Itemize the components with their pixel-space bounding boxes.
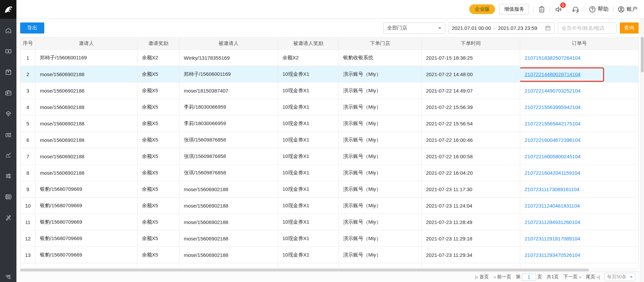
order-number-link[interactable]: 21071518382507264104 [525, 55, 581, 61]
vertical-scrollbar-thumb[interactable] [641, 37, 644, 72]
sidebar-item-marketing[interactable] [4, 110, 12, 117]
order-number-link[interactable]: 21072216005800245104 [525, 154, 581, 159]
cell-store: 演示账号（Miy） [339, 263, 422, 269]
calendar-icon [545, 25, 551, 31]
cell-order-no: 21072214490703252104 [520, 82, 639, 99]
cell-order_time: 2021-07-23 11:28:49 [422, 214, 520, 230]
cell-order-no: 21072311284931260104 [520, 214, 639, 230]
pagination-bar: |« 首页 « 前一页 第 1 页 共1页 下一页 » 尾页 »| 每页 [16, 272, 640, 282]
column-header: 被邀请人 [179, 38, 278, 50]
sidebar-item-safe[interactable] [4, 193, 12, 201]
cell-order_time: 2021-07-23 13:47:09 [422, 263, 520, 269]
next-page-button[interactable]: 下一页 » [564, 274, 581, 280]
value-added-services-button[interactable]: 增值服务 [499, 4, 529, 14]
date-range-picker[interactable]: 2021.07.01 00:00 - 2021.07.23 23:59 [448, 22, 555, 34]
cell-store: 演示账号（Miy） [339, 198, 422, 214]
order-number-link[interactable]: 21072214490703252104 [525, 88, 581, 94]
cell-invitee: Winky/13178355169 [179, 50, 278, 66]
cell-invitee_reward: 10现金券X1 [278, 132, 339, 148]
export-button[interactable]: 导出 [20, 22, 44, 34]
filter-toolbar: 导出 全部门店 2021.07.01 00:00 - 2021.07.23 23… [16, 19, 644, 37]
list-search-icon [5, 273, 12, 280]
help-button[interactable]: 帮助 [589, 6, 608, 13]
order-number-link[interactable]: 21072214480028714104 [525, 71, 581, 77]
tasks-clipboard-icon[interactable] [538, 6, 545, 13]
cell-invitee_reward: 10现金券X1 [278, 82, 339, 99]
cell-inviter_reward: 余额X2 [138, 50, 179, 66]
page-post-label: 页 [537, 274, 542, 280]
order-number-link[interactable]: 21072311293470526104 [525, 252, 580, 258]
cell-inviter: 银豹/15680709669 [36, 198, 138, 214]
table-row: 1郑柿子/15606001169余额X2Winky/13178355169余额X… [20, 50, 639, 66]
last-page-button[interactable]: 尾页 »| [586, 274, 600, 280]
page-number-input[interactable]: 1 [522, 274, 536, 281]
sidebar-item-members[interactable] [4, 89, 12, 97]
announcement-speaker-icon[interactable]: 1 [554, 5, 562, 13]
order-number-link[interactable]: 21072311240481831104 [525, 203, 580, 209]
horizontal-scrollbar[interactable] [20, 268, 639, 272]
order-number-link[interactable]: 21072311284931260104 [525, 219, 580, 225]
cell-order-no: 21072215563995942104 [520, 99, 639, 115]
cell-store: 演示账号（Miy） [339, 214, 422, 230]
cell-order_time: 2021-07-22 16:04:20 [422, 165, 520, 181]
order-number-link[interactable]: 21072216004672396104 [525, 137, 581, 143]
diamond-icon [5, 110, 12, 117]
member-search-input[interactable] [558, 22, 617, 34]
sidebar-item-tools[interactable] [4, 214, 12, 221]
column-header: 序号 [20, 38, 36, 50]
column-header: 被邀请人奖励 [278, 38, 339, 50]
cell-store: 演示账号（Miy） [339, 115, 422, 132]
sidebar-item-reports[interactable] [4, 152, 12, 159]
sidebar-item-settings[interactable] [4, 172, 12, 180]
first-page-button[interactable]: |« 首页 [475, 274, 489, 280]
filters: 全部门店 2021.07.01 00:00 - 2021.07.23 23:59… [383, 22, 639, 34]
cell-seq: 14 [20, 263, 36, 269]
cell-invitee: 李莉/18030066959 [179, 115, 278, 132]
sidebar-item-home[interactable] [4, 27, 12, 34]
cell-inviter: 银豹/15680709669 [36, 214, 138, 230]
order-number-link[interactable]: 21072311291817089104 [525, 236, 580, 241]
sidebar-item-promotions[interactable] [4, 131, 12, 138]
prev-page-button[interactable]: « 前一页 [493, 274, 511, 280]
cell-inviter_reward: 余额X5 [138, 247, 179, 263]
sidebar-item-search-menu[interactable] [0, 273, 16, 280]
table-row: 10银豹/15680709669余额X5mose/1560690218810现金… [20, 198, 639, 214]
cell-invitee: mose/15606902188 [179, 181, 278, 198]
cell-order_time: 2021-07-22 14:48:00 [422, 66, 520, 82]
order-number-link[interactable]: 21072215565442175104 [525, 121, 581, 126]
cell-inviter: mose/15606902188 [36, 99, 138, 115]
cell-inviter: 银豹/15680709669 [36, 230, 138, 247]
money-icon [5, 48, 12, 55]
query-button[interactable]: 查询 [620, 22, 639, 34]
cell-store: 银豹收银系统 [339, 50, 422, 66]
sidebar-item-funds[interactable] [4, 48, 12, 55]
horizontal-scrollbar-thumb[interactable] [20, 269, 589, 271]
cell-seq: 11 [20, 214, 36, 230]
cell-seq: 3 [20, 82, 36, 99]
cell-order_time: 2021-07-15 18:38:25 [422, 50, 520, 66]
pospal-logo[interactable] [0, 0, 16, 19]
cell-order_time: 2021-07-23 11:24:04 [422, 198, 520, 214]
support-headset-icon[interactable] [572, 5, 580, 13]
vertical-scrollbar[interactable] [640, 19, 644, 282]
order-number-link[interactable]: 21072311173089161104 [525, 186, 580, 192]
total-pages-label: 共1页 [547, 274, 559, 280]
sliders-icon [5, 172, 12, 180]
cell-seq: 7 [20, 148, 36, 165]
page-size-select[interactable]: 每页50条 [604, 273, 635, 281]
sidebar-item-products[interactable] [4, 68, 12, 76]
store-filter-select[interactable]: 全部门店 [383, 22, 445, 34]
order-number-link[interactable]: 21072216042041159104 [525, 170, 580, 176]
account-button[interactable]: 账户 [618, 6, 637, 13]
topbar-actions: 企业版 增值服务 1 [469, 4, 644, 14]
cell-invitee_reward: 10现金券X1 [278, 198, 339, 214]
edition-badge[interactable]: 企业版 [469, 4, 495, 14]
stats-icon [5, 152, 12, 159]
cell-invitee_reward: 10现金券X1 [278, 214, 339, 230]
invite-records-table-wrap: 序号邀请人邀请奖励被邀请人被邀请人奖励下单门店下单时间订单号 1郑柿子/1560… [20, 37, 639, 268]
prev-page-icon: « [493, 274, 496, 280]
order-number-link[interactable]: 21072215563995942104 [525, 104, 581, 110]
cell-inviter: mose/15606902188 [36, 66, 138, 82]
home-icon [5, 27, 12, 34]
page-size-value: 每页50条 [607, 274, 627, 280]
